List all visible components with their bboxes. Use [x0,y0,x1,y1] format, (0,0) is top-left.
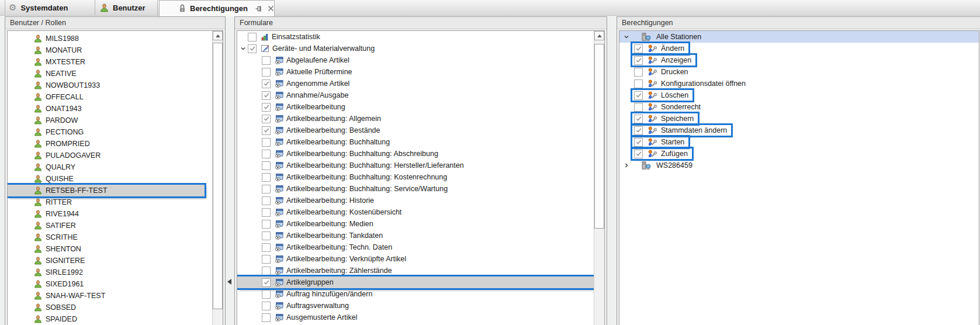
user-row[interactable]: PROMPRIED [8,138,213,150]
user-row[interactable]: MXTESTER [8,56,213,68]
permission-row[interactable]: Sonderrecht [619,101,979,113]
user-row[interactable]: NOWBOUT1933 [8,79,213,91]
checkbox-unchecked[interactable] [262,173,271,182]
checkbox-unchecked[interactable] [262,56,271,65]
checkbox-unchecked[interactable] [634,68,643,77]
user-row[interactable]: QUALRY [8,161,213,173]
user-row[interactable]: SATIFER [8,220,213,231]
form-row[interactable]: Artikelbearbeitung: Buchhaltung: Herstel… [237,160,594,171]
checkbox-unchecked[interactable] [248,33,257,42]
user-row[interactable]: SPAIDED [8,313,213,325]
scroll-up-button[interactable] [213,31,223,40]
user-row[interactable]: MILS1988 [8,33,213,44]
station-row[interactable]: Alle Stationen [619,31,979,43]
tab-benutzer[interactable]: Benutzer [95,0,158,15]
expander-down-icon[interactable] [238,46,248,51]
checkbox-unchecked[interactable] [634,103,643,112]
user-row[interactable]: SIGNITERE [8,255,213,267]
form-row[interactable]: Artikelbearbeitung: Historie [237,195,594,206]
checkbox-unchecked[interactable] [262,243,271,252]
checkbox-unchecked[interactable] [262,255,271,264]
form-row[interactable]: Artikelbearbeitung: Kostenübersicht [237,206,594,218]
checkbox-checked[interactable] [262,103,271,112]
user-row[interactable]: SCRITHE [8,231,213,243]
permission-row[interactable]: Drucken [619,66,979,78]
form-row[interactable]: Annahme/Ausgabe [237,89,594,101]
vertical-scrollbar[interactable] [212,31,223,325]
tab-berechtigungen[interactable]: Berechtigungen [159,0,275,16]
tab-systemdaten[interactable]: ⚙ Systemdaten [5,0,95,15]
form-row[interactable]: Artikelbearbeitung: Tankdaten [237,230,594,241]
permission-row[interactable]: Ändern [619,43,979,54]
checkbox-checked[interactable] [262,278,271,287]
user-row[interactable]: OFFECALL [8,91,213,103]
checkbox-checked[interactable] [634,138,643,147]
user-row[interactable]: QUISHE [8,173,213,185]
expander-down-icon[interactable] [622,34,631,40]
checkbox-unchecked[interactable] [262,290,271,299]
station-row[interactable]: WS286459 [619,160,979,171]
checkbox-checked[interactable] [262,79,271,88]
checkbox-checked[interactable] [634,126,643,135]
checkbox-unchecked[interactable] [262,302,271,310]
permission-row[interactable]: Zufügen [619,148,979,160]
user-row[interactable]: MONATUR [8,44,213,56]
permission-row[interactable]: Speichern [619,113,979,125]
user-row[interactable]: RETSEB-FF-TEST [8,185,205,196]
checkbox-checked[interactable] [634,56,643,65]
form-row[interactable]: Artikelbearbeitung: Buchhaltung: Kostenr… [237,171,594,183]
vertical-scrollbar[interactable] [594,31,604,325]
checkbox-unchecked[interactable] [262,138,271,147]
checkbox-unchecked[interactable] [262,231,271,240]
form-row[interactable]: Aktuelle Prüftermine [237,66,594,78]
checkbox-unchecked[interactable] [262,196,271,205]
user-row[interactable]: PARDOW [8,115,213,126]
checkbox-unchecked[interactable] [262,68,271,77]
close-icon[interactable] [268,5,274,12]
user-row[interactable]: RITTER [8,196,213,208]
checkbox-checked[interactable] [634,115,643,123]
checkbox-unchecked[interactable] [262,313,271,322]
scrollbar-thumb[interactable] [213,43,223,309]
form-row[interactable]: Angenomme Artikel [237,78,594,89]
user-row[interactable]: SHENTON [8,243,213,255]
checkbox-checked[interactable] [634,44,643,53]
user-row[interactable]: SIXED1961 [8,278,213,290]
user-row[interactable]: PECTIONG [8,126,213,138]
permission-row[interactable]: Anzeigen [619,54,979,66]
checkbox-unchecked[interactable] [262,185,271,193]
user-row[interactable]: NEATIVE [8,68,213,79]
pin-icon[interactable] [255,5,262,12]
form-row[interactable]: Artikelbearbeitung: Medien [237,218,594,230]
checkbox-unchecked[interactable] [262,267,271,275]
user-row[interactable]: ONAT1943 [8,103,213,115]
permission-row[interactable]: Konfigurationsdatei öffnen [619,78,979,89]
user-row[interactable]: SOBSED [8,302,213,313]
user-row[interactable]: RIVE1944 [8,208,213,220]
checkbox-checked[interactable] [262,91,271,100]
form-row[interactable]: Artikelbearbeitung: Zählerstände [237,265,594,276]
form-row[interactable]: Auftragsverwaltung [237,300,594,312]
checkbox-checked[interactable] [634,91,643,100]
permission-row[interactable]: Stammdaten ändern [619,125,979,136]
checkbox-unchecked[interactable] [262,208,271,217]
permission-row[interactable]: Löschen [619,89,979,101]
form-row[interactable]: Artikelbearbeitung: Bestände [237,125,594,136]
form-row[interactable]: Geräte- und Materialverwaltung [237,43,594,54]
form-row[interactable]: Artikelbearbeitung: Techn. Daten [237,241,594,253]
checkbox-unchecked[interactable] [262,150,271,158]
scroll-up-button[interactable] [594,31,604,40]
user-row[interactable]: SNAH-WAF-TEST [8,290,213,302]
form-row[interactable]: Ausgemusterte Artikel [237,312,594,323]
user-row[interactable]: SIRLE1992 [8,267,213,278]
form-row[interactable]: Artikelbearbeitung: Verknüpfte Artikel [237,253,594,265]
form-row[interactable]: Artikelbearbeitung: Allgemein [237,113,594,125]
checkbox-unchecked[interactable] [262,161,271,170]
scrollbar-thumb[interactable] [594,44,604,229]
form-row[interactable]: Artikelbearbeitung [237,101,594,113]
form-row[interactable]: Artikelgruppen [237,276,594,288]
form-row[interactable]: Auftrag hinzufügen/ändern [237,288,594,300]
form-row[interactable]: Artikelbearbeitung: Buchhaltung: Abschre… [237,148,594,160]
checkbox-checked[interactable] [248,44,257,53]
checkbox-unchecked[interactable] [262,220,271,229]
